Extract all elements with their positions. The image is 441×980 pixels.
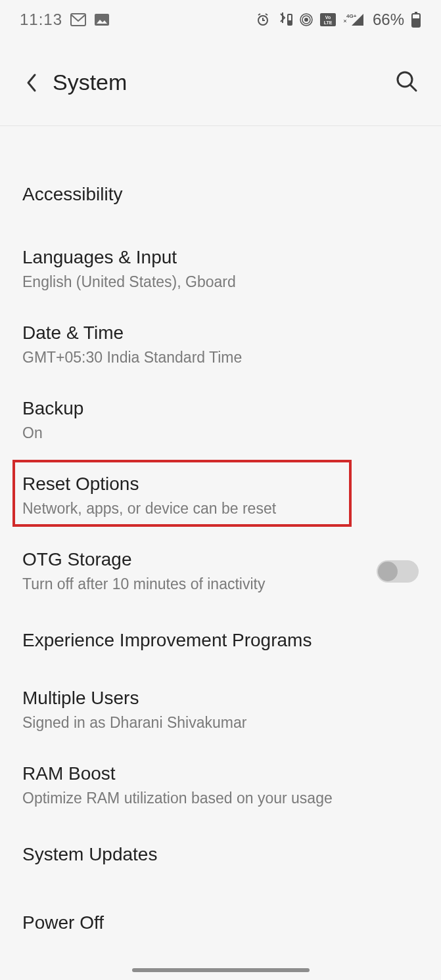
item-subtitle: GMT+05:30 India Standard Time (22, 349, 419, 367)
item-subtitle: On (22, 424, 419, 442)
svg-rect-0 (71, 14, 85, 26)
item-title: Experience Improvement Programs (22, 630, 419, 651)
item-ram-boost[interactable]: RAM Boost Optimize RAM utilization based… (0, 747, 441, 823)
svg-text:LTE: LTE (324, 20, 333, 25)
item-title: Multiple Users (22, 688, 419, 709)
item-languages-input[interactable]: Languages & Input English (United States… (0, 231, 441, 307)
item-title: Date & Time (22, 323, 419, 344)
svg-rect-1 (95, 14, 109, 26)
battery-icon (411, 12, 421, 28)
item-title: System Updates (22, 844, 419, 865)
battery-percentage: 66% (373, 11, 404, 29)
status-bar-right: VoLTE 4G+ 66% (256, 11, 421, 29)
item-title: Reset Options (22, 474, 419, 495)
otg-storage-toggle[interactable] (377, 560, 419, 583)
search-button[interactable] (395, 70, 419, 96)
item-title: Power Off (22, 912, 419, 933)
item-subtitle: Network, apps, or device can be reset (22, 500, 419, 518)
back-button[interactable] (22, 74, 41, 92)
bluetooth-battery-icon (277, 12, 292, 27)
volte-icon: VoLTE (320, 13, 336, 26)
toggle-knob (378, 562, 398, 581)
item-title: RAM Boost (22, 763, 419, 784)
page-title: System (53, 70, 127, 95)
item-title: OTG Storage (22, 549, 363, 570)
item-title: Accessibility (22, 184, 419, 205)
item-title: Backup (22, 398, 419, 419)
svg-text:4G+: 4G+ (346, 13, 357, 19)
hotspot-icon (299, 12, 313, 27)
item-subtitle: Turn off after 10 minutes of inactivity (22, 575, 363, 593)
signal-icon: 4G+ (342, 12, 365, 27)
item-subtitle: Optimize RAM utilization based on your u… (22, 790, 419, 807)
item-title: Languages & Input (22, 247, 419, 268)
app-bar: System (0, 39, 441, 126)
navigation-handle[interactable] (132, 968, 310, 972)
item-backup[interactable]: Backup On (0, 382, 441, 458)
item-system-updates[interactable]: System Updates (0, 823, 441, 891)
svg-point-5 (304, 18, 308, 22)
gmail-icon (70, 13, 86, 26)
app-bar-left: System (22, 70, 127, 95)
svg-rect-13 (415, 12, 417, 14)
item-otg-storage[interactable]: OTG Storage Turn off after 10 minutes of… (0, 533, 441, 609)
item-experience-improvement[interactable]: Experience Improvement Programs (0, 609, 441, 672)
status-time: 11:13 (20, 11, 62, 29)
item-date-time[interactable]: Date & Time GMT+05:30 India Standard Tim… (0, 307, 441, 382)
settings-list: Accessibility Languages & Input English … (0, 126, 441, 954)
alarm-icon (256, 12, 270, 27)
item-accessibility[interactable]: Accessibility (0, 152, 441, 231)
item-subtitle: English (United States), Gboard (22, 273, 419, 291)
photos-icon (94, 13, 110, 26)
svg-text:Vo: Vo (325, 15, 331, 20)
svg-point-15 (398, 72, 412, 87)
item-multiple-users[interactable]: Multiple Users Signed in as Dharani Shiv… (0, 672, 441, 747)
item-subtitle: Signed in as Dharani Shivakumar (22, 714, 419, 732)
status-bar-left: 11:13 (20, 11, 110, 29)
item-power-off[interactable]: Power Off (0, 891, 441, 954)
svg-rect-14 (413, 18, 419, 26)
item-reset-options[interactable]: Reset Options Network, apps, or device c… (0, 458, 441, 533)
svg-rect-4 (289, 20, 291, 24)
status-bar: 11:13 VoLTE 4G+ 66% (0, 0, 441, 39)
